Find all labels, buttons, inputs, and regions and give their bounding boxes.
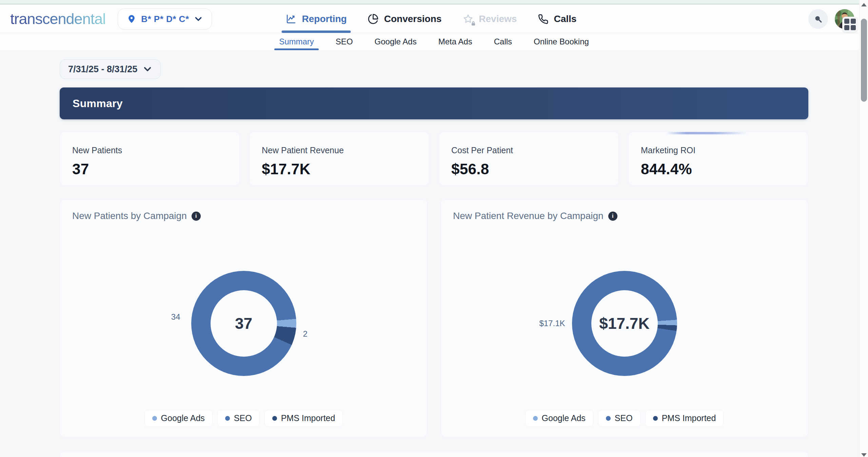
segment-label-seo: 34	[171, 312, 180, 322]
nav-item-label: Reporting	[302, 14, 347, 24]
chart-title: New Patients by Campaign	[72, 211, 187, 221]
scroll-down-arrow[interactable]	[861, 453, 867, 457]
tab-seo[interactable]: SEO	[336, 33, 353, 50]
apps-grid-icon[interactable]	[842, 17, 858, 32]
tab-calls[interactable]: Calls	[494, 33, 512, 50]
date-range-selector[interactable]: 7/31/25 - 8/31/25	[60, 59, 161, 79]
stats-row: New Patients 37 New Patient Revenue $17.…	[60, 132, 808, 186]
nav-item-label: Reviews	[479, 14, 517, 24]
chevron-down-icon	[194, 15, 203, 23]
nav-item-reviews[interactable]: Reviews	[462, 5, 517, 33]
nav-item-reporting[interactable]: Reporting	[285, 5, 347, 33]
render-artifact	[666, 132, 747, 134]
scrollbar-thumb[interactable]	[861, 19, 867, 102]
pie-chart-icon	[368, 14, 379, 24]
legend-dot	[606, 416, 611, 421]
location-selector[interactable]: B* P* D* C*	[118, 8, 212, 29]
segment-label-pms-imported: 2	[303, 329, 308, 339]
stat-card-new-patient-revenue: New Patient Revenue $17.7K	[249, 132, 429, 186]
charts-row: New Patients by Campaign i 34 2 37	[60, 199, 808, 437]
page-content: 7/31/25 - 8/31/25 Summary New Patients 3…	[0, 50, 859, 457]
stat-value: 37	[72, 161, 239, 178]
tab-summary[interactable]: Summary	[279, 33, 314, 50]
app-header: transcendental B* P* D* C* Reporting Con…	[0, 5, 868, 33]
legend-item-seo[interactable]: SEO	[217, 410, 260, 426]
stat-label: New Patients	[72, 145, 239, 155]
chart-title: New Patient Revenue by Campaign	[453, 211, 604, 221]
phone-icon	[538, 14, 548, 24]
donut-center-value: 37	[235, 314, 252, 333]
stat-card-marketing-roi: Marketing ROI 844.4%	[628, 132, 808, 186]
scroll-up-arrow[interactable]	[861, 3, 867, 6]
tab-meta-ads[interactable]: Meta Ads	[438, 33, 472, 50]
nav-item-conversions[interactable]: Conversions	[368, 5, 442, 33]
legend-item-google-ads[interactable]: Google Ads	[525, 410, 593, 426]
nav-item-label: Calls	[554, 14, 576, 24]
date-range-label: 7/31/25 - 8/31/25	[68, 64, 137, 75]
section-title: Summary	[73, 97, 123, 110]
chevron-down-icon	[143, 64, 152, 74]
chart-card-new-patients-by-campaign: New Patients by Campaign i 34 2 37	[60, 199, 428, 437]
header-actions	[808, 5, 854, 33]
next-section-card-peek	[60, 451, 808, 457]
app-logo[interactable]: transcendental	[10, 10, 105, 28]
map-pin-icon	[127, 14, 136, 24]
legend-dot	[533, 416, 538, 421]
stat-label: Cost Per Patient	[451, 145, 618, 155]
legend-item-pms-imported[interactable]: PMS Imported	[645, 410, 724, 426]
stat-value: $56.8	[451, 161, 618, 178]
lock-icon	[471, 21, 476, 26]
info-icon[interactable]: i	[608, 212, 617, 221]
chart-card-new-patient-revenue-by-campaign: New Patient Revenue by Campaign i $17.1K…	[440, 199, 808, 437]
legend-item-google-ads[interactable]: Google Ads	[144, 410, 213, 426]
browser-top-strip	[0, 0, 868, 4]
stat-label: New Patient Revenue	[262, 145, 429, 155]
segment-label-seo: $17.1K	[539, 319, 565, 328]
user-avatar[interactable]	[835, 9, 854, 29]
legend-item-pms-imported[interactable]: PMS Imported	[264, 410, 343, 426]
stat-label: Marketing ROI	[641, 145, 808, 155]
stat-card-new-patients: New Patients 37	[60, 132, 240, 186]
info-icon[interactable]: i	[192, 212, 201, 221]
main-nav: Reporting Conversions Reviews	[285, 5, 576, 33]
summary-banner: Summary	[60, 87, 808, 119]
legend-dot	[653, 416, 658, 421]
legend-item-seo[interactable]: SEO	[598, 410, 640, 426]
location-label: B* P* D* C*	[141, 14, 189, 24]
search-button[interactable]	[808, 9, 828, 29]
tab-online-booking[interactable]: Online Booking	[534, 33, 589, 50]
scrollbar[interactable]	[859, 0, 868, 457]
nav-item-label: Conversions	[384, 14, 442, 24]
chart-legend: Google Ads SEO PMS Imported	[60, 410, 427, 426]
legend-dot	[152, 416, 157, 421]
search-icon	[813, 14, 823, 24]
line-chart-icon	[285, 14, 296, 24]
stat-value: 844.4%	[641, 161, 808, 178]
tab-google-ads[interactable]: Google Ads	[375, 33, 417, 50]
report-subtabs: Summary SEO Google Ads Meta Ads Calls On…	[0, 33, 868, 50]
donut-center-value: $17.7K	[599, 314, 649, 333]
legend-dot	[225, 416, 230, 421]
donut-hole: $17.7K	[591, 290, 658, 357]
stat-value: $17.7K	[262, 161, 429, 178]
legend-dot	[272, 416, 277, 421]
donut-chart-new-patients[interactable]: 34 2 37	[191, 271, 296, 376]
stat-card-cost-per-patient: Cost Per Patient $56.8	[439, 132, 619, 186]
donut-chart-new-patient-revenue[interactable]: $17.1K $17.7K	[572, 271, 677, 376]
chart-legend: Google Ads SEO PMS Imported	[441, 410, 808, 426]
donut-hole: 37	[211, 290, 277, 357]
nav-item-calls[interactable]: Calls	[538, 5, 576, 33]
